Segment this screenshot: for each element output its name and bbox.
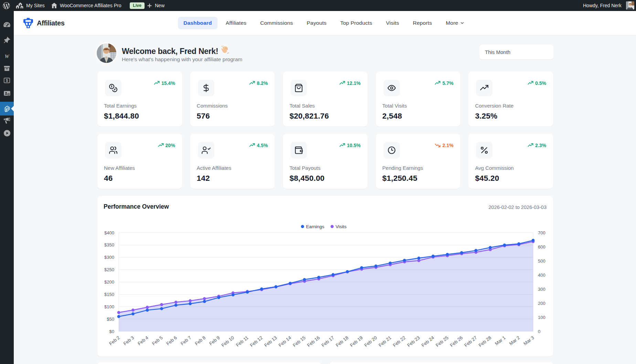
svg-text:Feb 13: Feb 13 — [263, 335, 278, 348]
svg-text:$50: $50 — [107, 317, 114, 322]
svg-text:Feb 12: Feb 12 — [249, 335, 264, 348]
svg-text:Feb 28: Feb 28 — [478, 335, 492, 348]
svg-text:Feb 20: Feb 20 — [363, 335, 378, 348]
svg-text:Feb 9: Feb 9 — [208, 335, 221, 346]
svg-text:Feb 24: Feb 24 — [421, 335, 435, 348]
svg-text:Feb 2: Feb 2 — [108, 335, 120, 346]
svg-text:Feb 8: Feb 8 — [194, 335, 206, 346]
svg-text:Feb 3: Feb 3 — [123, 335, 135, 346]
svg-text:400: 400 — [538, 273, 545, 278]
svg-text:0: 0 — [538, 329, 540, 334]
svg-text:Feb 14: Feb 14 — [278, 335, 293, 348]
svg-text:700: 700 — [538, 230, 545, 235]
svg-text:Mar 1: Mar 1 — [494, 335, 506, 346]
svg-text:500: 500 — [538, 258, 545, 264]
svg-text:Feb 18: Feb 18 — [335, 335, 349, 348]
svg-text:Feb 17: Feb 17 — [320, 335, 335, 348]
svg-text:Feb 5: Feb 5 — [151, 335, 163, 346]
svg-text:$200: $200 — [104, 279, 114, 285]
svg-text:Feb 19: Feb 19 — [349, 335, 363, 348]
svg-text:Earnings: Earnings — [306, 224, 325, 229]
svg-text:$0: $0 — [109, 329, 114, 334]
svg-text:600: 600 — [538, 244, 545, 250]
svg-text:$: $ — [6, 78, 8, 82]
svg-text:Mar 3: Mar 3 — [522, 335, 535, 346]
svg-text:Feb 27: Feb 27 — [463, 335, 478, 348]
svg-text:Feb 6: Feb 6 — [166, 335, 178, 346]
svg-text:W: W — [4, 54, 10, 59]
svg-text:Feb 4: Feb 4 — [137, 335, 149, 346]
svg-text:Feb 16: Feb 16 — [306, 335, 321, 348]
svg-text:Feb 10: Feb 10 — [221, 335, 235, 348]
svg-text:$400: $400 — [104, 230, 114, 235]
svg-text:Feb 15: Feb 15 — [292, 335, 306, 348]
svg-text:Mar 2: Mar 2 — [508, 335, 521, 346]
svg-text:Feb 7: Feb 7 — [180, 335, 192, 346]
svg-text:300: 300 — [538, 287, 545, 292]
svg-text:Feb 11: Feb 11 — [235, 335, 250, 348]
svg-text:$300: $300 — [104, 255, 114, 260]
svg-text:200: 200 — [538, 301, 545, 306]
svg-text:$100: $100 — [104, 304, 114, 309]
svg-text:Feb 26: Feb 26 — [449, 335, 464, 348]
svg-text:Feb 22: Feb 22 — [392, 335, 406, 348]
svg-text:$350: $350 — [104, 242, 114, 247]
svg-text:$250: $250 — [104, 267, 114, 272]
svg-text:Feb 23: Feb 23 — [406, 335, 421, 348]
svg-text:100: 100 — [538, 315, 545, 320]
svg-text:Feb 25: Feb 25 — [435, 335, 449, 348]
svg-text:Feb 21: Feb 21 — [378, 335, 392, 348]
svg-text:Visits: Visits — [336, 224, 347, 229]
svg-text:$150: $150 — [104, 292, 114, 297]
